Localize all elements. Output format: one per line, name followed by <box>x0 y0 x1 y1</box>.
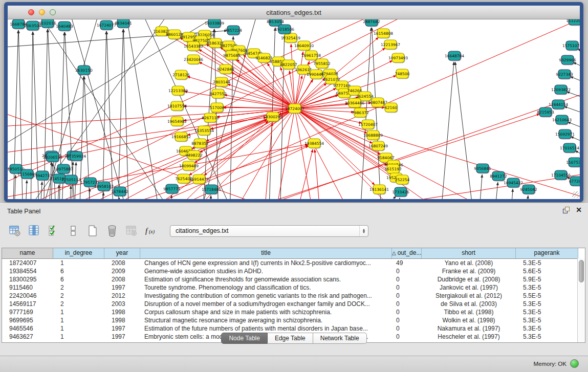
table-row[interactable]: 969969511998Structural magnetic resonanc… <box>2 316 585 324</box>
graph-node-teal[interactable]: 1167533 <box>566 158 580 168</box>
graph-node-yellow[interactable]: 18300295 <box>263 112 282 122</box>
graph-node-yellow[interactable]: 748500 <box>395 69 410 79</box>
cell-short[interactable]: Franke et al. (2009) <box>422 267 516 275</box>
cell-short[interactable]: Jankovic et al. (1997) <box>422 283 516 292</box>
graph-node-yellow[interactable]: 15720407 <box>358 120 378 130</box>
cell-out_de[interactable]: 0 <box>392 283 422 292</box>
cell-pagerank[interactable]: 5.3E-5 <box>516 308 578 316</box>
cell-year[interactable]: 1997 <box>104 324 140 333</box>
tab-network-table[interactable]: Network Table <box>313 333 367 344</box>
graph-node-teal[interactable]: 9857771 <box>163 184 181 194</box>
graph-node-teal[interactable]: 9329966 <box>559 55 576 65</box>
table-row[interactable]: 2242004622012Investigating the contribut… <box>2 292 585 300</box>
cell-short[interactable]: Wolkin et al. (1998) <box>422 316 516 324</box>
cell-year[interactable]: 2012 <box>104 292 140 300</box>
cell-name[interactable]: 18724007 <box>2 259 53 267</box>
cell-out_de[interactable]: 0 <box>392 324 422 333</box>
cell-in_degree[interactable]: 1 <box>53 324 104 333</box>
graph-node-teal[interactable]: 16648784 <box>445 51 464 61</box>
row-height-icon[interactable] <box>67 224 80 237</box>
select-columns-icon[interactable] <box>47 224 60 237</box>
table-row[interactable]: 911546021997Tourette syndrome. Phenomeno… <box>2 283 585 292</box>
graph-node-teal[interactable]: 16724077 <box>97 20 116 31</box>
delete-table-icon[interactable] <box>125 224 138 237</box>
graph-node-yellow[interactable]: 12213389 <box>168 86 188 96</box>
delete-column-icon[interactable] <box>105 224 119 237</box>
graph-node-yellow[interactable]: 10688809 <box>363 130 383 141</box>
table-select-dropdown[interactable]: citations_edges.txt ▲▼ <box>170 225 368 237</box>
graph-node-teal[interactable]: 8215953 <box>537 107 554 118</box>
graph-node-teal[interactable]: 1112205 <box>566 19 580 26</box>
cell-out_de[interactable]: 0 <box>392 316 422 324</box>
cell-out_de[interactable]: 0 <box>392 267 422 275</box>
close-window-button[interactable] <box>28 9 34 15</box>
show-columns-icon[interactable] <box>28 224 41 237</box>
column-header-pagerank[interactable]: pagerank <box>516 248 578 258</box>
cell-year[interactable]: 2008 <box>104 275 140 283</box>
graph-node-yellow[interactable]: 7955812 <box>313 59 331 69</box>
cell-name[interactable]: 22420046 <box>2 292 53 300</box>
float-panel-icon[interactable] <box>563 207 570 213</box>
cell-year[interactable]: 1997 <box>104 283 140 292</box>
cell-name[interactable]: 19384554 <box>2 267 53 275</box>
graph-node-yellow[interactable]: 8427552 <box>209 89 227 99</box>
cell-title[interactable]: Genome-wide association studies in ADHD. <box>140 267 392 275</box>
cell-in_degree[interactable]: 1 <box>53 308 104 316</box>
cell-pagerank[interactable]: 5.3E-5 <box>516 324 578 333</box>
cell-pagerank[interactable]: 5.3E-5 <box>516 259 578 267</box>
cell-short[interactable]: Nakamura et al. (1997) <box>422 324 516 333</box>
cell-out_de[interactable]: 0 <box>392 275 422 283</box>
network-canvas[interactable]: 1872400771638228860128891295423226058982… <box>8 19 580 199</box>
graph-node-yellow[interactable]: 14136141 <box>369 185 389 195</box>
cell-name[interactable]: 9777169 <box>2 308 53 316</box>
cell-title[interactable]: Estimation of significance thresholds fo… <box>140 275 392 283</box>
table-row[interactable]: 1872400712008Changes of HCN gene express… <box>2 259 585 267</box>
graph-node-teal[interactable]: 9245042 <box>520 185 537 195</box>
cell-out_de[interactable]: 0 <box>392 292 422 300</box>
graph-node-yellow[interactable]: 252254 <box>395 175 410 185</box>
cell-pagerank[interactable]: 5.5E-5 <box>516 292 578 300</box>
graph-node-teal[interactable]: 16210643 <box>552 115 572 125</box>
cell-title[interactable]: Corpus callosum shape and size in male p… <box>140 308 392 316</box>
cell-title[interactable]: Changes of HCN gene expression and I(f) … <box>140 259 392 267</box>
graph-node-teal[interactable]: 2630150 <box>75 65 93 76</box>
new-column-icon[interactable] <box>86 224 99 237</box>
cell-short[interactable]: Yano et al. (2008) <box>422 259 516 267</box>
graph-node-yellow[interactable]: 9875685 <box>223 51 241 61</box>
minimize-window-button[interactable] <box>39 9 45 15</box>
graph-node-yellow[interactable]: 18107554 <box>167 101 187 112</box>
graph-node-yellow[interactable]: 8267110 <box>202 113 219 123</box>
cell-name[interactable]: 18300295 <box>2 275 53 283</box>
graph-node-yellow[interactable]: 16154808 <box>374 29 393 39</box>
graph-node-yellow[interactable]: 18099489 <box>179 161 199 171</box>
cell-title[interactable]: Disruption of a novel member of a sodium… <box>140 300 392 308</box>
window-titlebar[interactable]: citations_edges.txt <box>8 6 580 19</box>
graph-node-yellow[interactable]: 12325419 <box>281 33 300 43</box>
cell-short[interactable]: Tibbo et al. (1998) <box>422 308 516 316</box>
cell-out_de[interactable]: 0 <box>392 308 422 316</box>
cell-title[interactable]: Estimation of the future numbers of pati… <box>140 324 392 333</box>
graph-node-yellow[interactable]: 12213967 <box>381 40 400 50</box>
cell-year[interactable]: 1998 <box>104 308 140 316</box>
graph-node-teal[interactable]: 1678442 <box>111 187 128 197</box>
tab-edge-table[interactable]: Edge Table <box>268 333 313 344</box>
column-header-short[interactable]: short <box>422 248 516 258</box>
cell-title[interactable]: Investigating the contribution of common… <box>140 292 392 300</box>
graph-node-yellow[interactable]: 8878352 <box>191 139 209 149</box>
table-scrollbar[interactable] <box>577 258 585 342</box>
graph-node-yellow[interactable]: 2718126 <box>172 70 190 80</box>
graph-node-teal[interactable]: 7857224 <box>225 26 242 36</box>
cell-title[interactable]: Tourette syndrome. Phenomenology and cla… <box>140 283 392 292</box>
cell-name[interactable]: 9115460 <box>2 283 53 292</box>
cell-year[interactable]: 1998 <box>104 316 140 324</box>
cell-in_degree[interactable]: 1 <box>53 259 104 267</box>
cell-short[interactable]: de Silva et al. (2003) <box>422 300 516 308</box>
column-header-year[interactable]: year <box>104 248 140 258</box>
network-graph[interactable]: 1872400771638228860128891295423226058982… <box>8 19 580 199</box>
scrollbar-thumb[interactable] <box>579 260 584 282</box>
graph-node-teal[interactable]: 2887682 <box>363 19 380 27</box>
function-builder-icon[interactable]: f(x) <box>144 224 158 237</box>
graph-node-teal[interactable]: 9102016 <box>39 19 56 29</box>
cell-name[interactable]: 14569117 <box>2 300 53 308</box>
cell-year[interactable]: 2009 <box>104 267 140 275</box>
